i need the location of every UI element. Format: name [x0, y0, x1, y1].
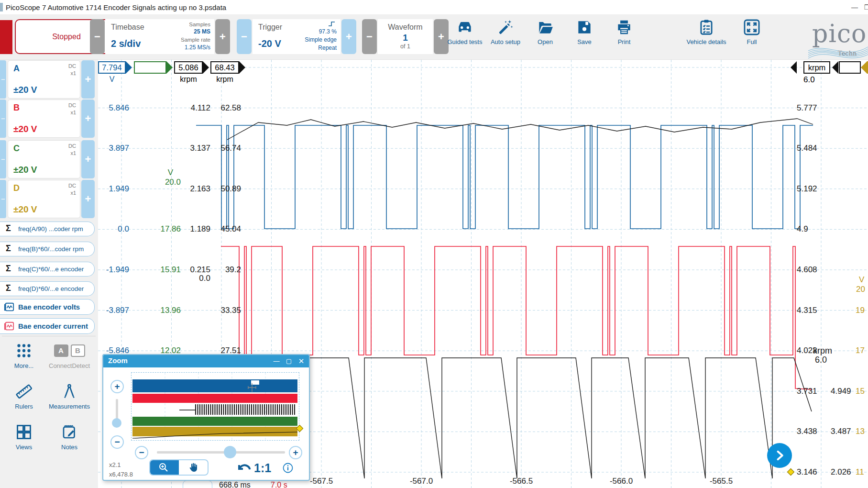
probe-button[interactable]: Bae encoder current — [0, 318, 95, 334]
trigger-title: Trigger — [258, 23, 282, 32]
channel-coupling: DC — [68, 102, 76, 108]
toolbar-button-guided-tests[interactable]: Guided tests — [443, 17, 486, 57]
channel-b-panel[interactable]: BDCx1±20 V — [8, 100, 80, 138]
math-channel-button[interactable]: Σfreq(A/90) ...coder rpm — [0, 222, 95, 236]
sidebar-tool-measurements[interactable]: Measurements — [45, 383, 93, 410]
zoom-thumbnail[interactable] — [131, 372, 299, 441]
channel-b-increase-button[interactable]: + — [81, 100, 95, 138]
math-channel-label: freq(B)*60/...coder rpm — [18, 245, 84, 253]
toolbar-button-open[interactable]: Open — [524, 17, 567, 57]
math-channel-label: freq(A/90) ...coder rpm — [18, 225, 83, 233]
window-restore-button[interactable]: ❐ — [861, 2, 868, 12]
channel-range: ±20 V — [13, 165, 37, 175]
next-page-button[interactable] — [767, 443, 792, 468]
ruler-icon — [15, 383, 33, 400]
channel-d-increase-button[interactable]: + — [81, 180, 95, 218]
floppy-icon — [575, 18, 593, 36]
timebase-panel[interactable]: Timebase 2 s/div Samples 25 MS Sample ra… — [105, 19, 214, 54]
sigma-icon: Σ — [6, 223, 11, 233]
zoom-v-slider-thumb[interactable] — [112, 418, 121, 428]
waveform-panel[interactable]: Waveform 1 of 1 — [378, 19, 433, 54]
toolbar-button-label: Vehicle details — [685, 38, 728, 45]
waveform-of: of 1 — [378, 43, 433, 50]
sidebar-tool-label: Notes — [45, 444, 93, 451]
zoom-overview-window[interactable]: Zoom — ▢ ✕ + − − + x2.1 x6,478.8 1:1 — [102, 354, 310, 481]
sidebar-tool-rulers[interactable]: Rulers — [0, 383, 48, 410]
channel-c-increase-button[interactable]: + — [81, 140, 95, 178]
zoom-v-minus-button[interactable]: − — [110, 435, 124, 449]
channel-probe: x1 — [70, 70, 76, 76]
trigger-decrease-button[interactable]: − — [237, 19, 252, 54]
zoom-h-plus-button[interactable]: + — [289, 446, 302, 459]
bottom-nav-tab[interactable] — [183, 480, 212, 488]
trigger-value: -20 V — [258, 38, 281, 49]
toolbar-button-full[interactable]: Full — [730, 17, 773, 57]
zoom-v-plus-button[interactable]: + — [110, 380, 124, 393]
channel-a-decrease-button[interactable]: − — [0, 60, 6, 99]
channel-c-panel[interactable]: CDCx1±20 V — [8, 140, 80, 178]
toolbar-button-label: Auto setup — [484, 38, 527, 45]
sidebar-tool-label: Measurements — [45, 403, 93, 410]
pico-logo-subtext: Techn — [838, 50, 857, 57]
zoom-mode-pan-button[interactable] — [179, 460, 208, 475]
window-minimize-button[interactable]: — — [848, 2, 861, 12]
channel-d-panel[interactable]: DDCx1±20 V — [8, 180, 80, 218]
record-strip — [0, 20, 12, 54]
left-sidebar: −ADCx1±20 V+−BDCx1±20 V+−CDCx1±20 V+−DDC… — [0, 60, 98, 488]
trigger-threshold: 97.3 % — [319, 28, 337, 35]
connect-detect-icon: AB — [53, 342, 86, 359]
probe-label: Bae encoder volts — [18, 303, 80, 311]
math-channel-button[interactable]: Σfreq(D)*60/...e encoder — [0, 281, 95, 296]
clipboard-icon — [697, 18, 715, 36]
timebase-decrease-button[interactable]: − — [90, 19, 105, 54]
math-channel-button[interactable]: Σfreq(C)*60/...e encoder — [0, 262, 95, 277]
timebase-increase-button[interactable]: + — [215, 19, 230, 54]
channel-range: ±20 V — [13, 124, 37, 134]
sidebar-tool-notes[interactable]: Notes — [45, 423, 93, 451]
channel-c-decrease-button[interactable]: − — [0, 140, 6, 178]
sigma-icon: Σ — [6, 264, 11, 274]
toolbar-button-save[interactable]: Save — [563, 17, 606, 57]
math-channel-button[interactable]: Σfreq(B)*60/...coder rpm — [0, 242, 95, 256]
channel-range: ±20 V — [13, 204, 37, 215]
trigger-increase-button[interactable]: + — [341, 19, 356, 54]
channel-probe: x1 — [70, 150, 76, 156]
channel-b-decrease-button[interactable]: − — [0, 100, 6, 138]
zoom-h-minus-button[interactable]: − — [135, 446, 148, 459]
toolbar-button-auto-setup[interactable]: Auto setup — [484, 17, 527, 57]
channel-name: B — [13, 103, 20, 113]
channel-a-panel[interactable]: ADCx1±20 V — [8, 60, 80, 99]
undo-zoom-icon[interactable] — [236, 461, 253, 476]
channel-a-increase-button[interactable]: + — [81, 60, 95, 99]
toolbar-button-vehicle-details[interactable]: Vehicle details — [685, 17, 728, 57]
trigger-panel[interactable]: Trigger -20 V 97.3 % Simple edge Repeat — [253, 19, 341, 54]
main-toolbar: Stopped − Timebase 2 s/div Samples 25 MS… — [0, 14, 868, 60]
probe-button[interactable]: Bae encoder volts — [0, 299, 95, 315]
zoom-minimize-button[interactable]: — — [271, 356, 282, 366]
waveform-title: Waveform — [378, 23, 433, 32]
sidebar-tool-views[interactable]: Views — [0, 423, 48, 451]
car-icon — [456, 18, 474, 36]
sidebar-tool-label: More... — [0, 362, 48, 369]
zoom-window-titlebar[interactable]: Zoom — ▢ ✕ — [103, 355, 309, 367]
zoom-h-slider-thumb[interactable] — [224, 446, 236, 458]
zoom-info-icon[interactable] — [282, 462, 294, 474]
sidebar-tool-label: Views — [0, 444, 48, 451]
hand-icon — [187, 462, 199, 473]
zoom-mode-magnify-button[interactable] — [150, 460, 179, 475]
zoom-ratio-button[interactable]: 1:1 — [254, 461, 271, 475]
zoom-h-slider-track[interactable] — [157, 451, 285, 454]
timebase-value: 2 s/div — [111, 38, 141, 49]
channel-name: A — [13, 64, 20, 74]
trigger-mode: Simple edge — [305, 36, 337, 43]
window-titlebar: PicoScope 7 Automotive 1714 Encoder Sign… — [0, 0, 868, 14]
app-icon — [0, 3, 3, 11]
zoom-maximize-button[interactable]: ▢ — [283, 356, 295, 366]
zoom-close-button[interactable]: ✕ — [296, 356, 307, 366]
toolbar-button-label: Save — [563, 38, 606, 45]
toolbar-button-print[interactable]: Print — [603, 17, 646, 57]
waveform-prev-button[interactable]: − — [362, 19, 377, 54]
sidebar-tool-more[interactable]: More... — [0, 342, 48, 369]
channel-d-decrease-button[interactable]: − — [0, 180, 6, 218]
sigma-icon: Σ — [6, 283, 11, 293]
